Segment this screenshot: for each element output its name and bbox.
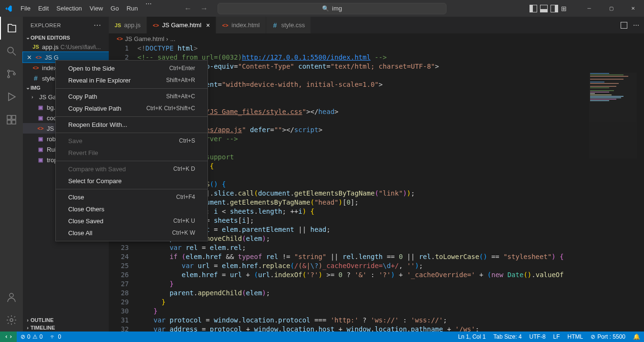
breadcrumb[interactable]: <> JS Game.html › ... — [109, 33, 644, 44]
status-notifications-icon[interactable]: 🔔 — [629, 333, 644, 340]
status-tab-size[interactable]: Tab Size: 4 — [489, 333, 525, 340]
editor-tab[interactable]: <>JS Game.html× — [147, 17, 217, 33]
svg-rect-4 — [7, 115, 11, 119]
title-right: ⊞ ─ ▢ ✕ — [530, 0, 644, 17]
radio-tower-icon: ᯤ — [50, 333, 56, 340]
split-editor-icon[interactable] — [621, 22, 627, 29]
breadcrumb-segment[interactable]: JS Game.html — [125, 35, 164, 42]
context-menu-item[interactable]: Close Others — [56, 203, 208, 215]
status-eol[interactable]: LF — [550, 333, 564, 340]
svg-point-3 — [13, 73, 15, 75]
menu-run[interactable]: Run — [123, 0, 142, 17]
image-file-icon: ▣ — [37, 104, 44, 111]
activity-settings-icon[interactable] — [0, 309, 23, 332]
warning-icon: ⚠ — [32, 333, 38, 340]
image-file-icon: ▣ — [37, 146, 44, 153]
js-file-icon: JS — [114, 22, 121, 29]
chevron-right-icon: › — [25, 317, 31, 323]
svg-rect-5 — [12, 115, 16, 119]
context-menu-item: Revert File — [56, 147, 208, 159]
editor-tab[interactable]: #style.css — [266, 17, 312, 33]
section-open-editors[interactable]: ⌄ OPEN EDITORS — [23, 33, 109, 41]
layout-sidebar-left-icon[interactable] — [530, 5, 537, 12]
context-menu-item[interactable]: Close SavedCtrl+K U — [56, 215, 208, 227]
image-file-icon: ▣ — [37, 156, 44, 163]
nav-forward-icon[interactable]: → — [200, 4, 208, 13]
svg-point-2 — [8, 76, 10, 78]
context-menu-item[interactable]: Close AllCtrl+K W — [56, 227, 208, 239]
command-center[interactable]: 🔍 img — [218, 3, 447, 14]
menu-selection[interactable]: Selection — [52, 0, 85, 17]
context-menu-item[interactable]: Select for Compare — [56, 175, 208, 187]
context-menu-item[interactable]: Reveal in File ExplorerShift+Alt+R — [56, 74, 208, 86]
activity-bar — [0, 17, 23, 332]
vscode-logo-icon — [0, 5, 17, 12]
html-file-icon: <> — [35, 54, 42, 61]
activity-account-icon[interactable] — [0, 286, 23, 309]
sidebar-more-icon[interactable]: ⋯ — [93, 21, 102, 30]
tab-close-icon[interactable]: × — [206, 21, 210, 29]
code-content[interactable]: <!DOCTYPE html><!-- saved from url=(0032… — [137, 44, 644, 332]
svg-rect-7 — [12, 120, 16, 124]
context-menu-item[interactable]: Open to the SideCtrl+Enter — [56, 62, 208, 74]
window-minimize-icon[interactable]: ─ — [578, 0, 600, 17]
status-errors[interactable]: ⊘0⚠0 — [17, 333, 46, 340]
editor-more-icon[interactable]: ⋯ — [633, 21, 639, 29]
svg-point-8 — [10, 293, 13, 297]
status-live-server[interactable]: ⊘Port : 5500 — [587, 333, 629, 340]
activity-explorer-icon[interactable] — [0, 17, 23, 40]
menu-file[interactable]: File — [17, 0, 34, 17]
editor-tab[interactable]: JSapp.js — [109, 17, 147, 33]
html-file-icon: <> — [153, 22, 159, 29]
status-language[interactable]: HTML — [564, 333, 587, 340]
search-icon: 🔍 — [322, 5, 329, 12]
editor-context-menu: Open to the SideCtrl+EnterReveal in File… — [55, 60, 208, 241]
breadcrumb-segment[interactable]: ... — [170, 35, 176, 42]
section-outline[interactable]: ›OUTLINE — [23, 316, 109, 324]
activity-extensions-icon[interactable] — [0, 108, 23, 131]
close-icon[interactable]: ✕ — [26, 54, 32, 61]
menu-edit[interactable]: Edit — [34, 0, 52, 17]
context-menu-item[interactable]: CloseCtrl+F4 — [56, 191, 208, 203]
context-menu-item[interactable]: Reopen Editor With... — [56, 119, 208, 131]
nav-back-icon[interactable]: ← — [184, 4, 192, 13]
chevron-right-icon: › — [31, 94, 36, 100]
html-file-icon: <> — [37, 125, 44, 132]
titlebar: File Edit Selection View Go Run ⋯ ← → 🔍 … — [0, 0, 644, 17]
activity-search-icon[interactable] — [0, 40, 23, 62]
layout-sidebar-right-icon[interactable] — [551, 5, 558, 12]
window-close-icon[interactable]: ✕ — [622, 0, 644, 17]
activity-source-control-icon[interactable] — [0, 62, 23, 85]
menu-more-icon[interactable]: ⋯ — [142, 0, 156, 17]
remote-indicator-icon[interactable] — [0, 332, 17, 342]
open-editor-item[interactable]: JS app.jsC:\Users\flavi\... — [23, 41, 109, 52]
window-maximize-icon[interactable]: ▢ — [600, 0, 622, 17]
editor-tab[interactable]: <>index.html — [216, 17, 266, 33]
layout-customize-icon[interactable]: ⊞ — [561, 5, 569, 12]
context-menu-item[interactable]: Copy Relative PathCtrl+K Ctrl+Shift+C — [56, 103, 208, 114]
status-ln-col[interactable]: Ln 1, Col 1 — [454, 333, 489, 340]
broadcast-icon: ⊘ — [591, 333, 595, 340]
section-timeline[interactable]: ›TIMELINE — [23, 324, 109, 332]
menu-bar: File Edit Selection View Go Run ⋯ — [17, 0, 156, 17]
context-menu-item: Compare with SavedCtrl+K D — [56, 163, 208, 175]
context-menu-item: SaveCtrl+S — [56, 135, 208, 147]
html-file-icon: <> — [116, 35, 123, 42]
svg-point-1 — [8, 70, 10, 72]
menu-view[interactable]: View — [86, 0, 107, 17]
image-file-icon: ▣ — [37, 114, 44, 121]
activity-run-debug-icon[interactable] — [0, 85, 23, 108]
svg-rect-6 — [7, 120, 11, 124]
status-port-left[interactable]: ᯤ0 — [46, 333, 65, 340]
status-bar: ⊘0⚠0 ᯤ0 Ln 1, Col 1 Tab Size: 4 UTF-8 LF… — [0, 332, 644, 342]
context-menu-item[interactable]: Copy PathShift+Alt+C — [56, 91, 208, 103]
chevron-down-icon: ⌄ — [25, 84, 31, 91]
js-file-icon: JS — [32, 43, 39, 50]
menu-go[interactable]: Go — [107, 0, 123, 17]
minimap[interactable] — [589, 73, 637, 158]
status-encoding[interactable]: UTF-8 — [526, 333, 550, 340]
command-center-text: img — [332, 5, 342, 12]
image-file-icon: ▣ — [37, 135, 44, 142]
css-file-icon: # — [272, 22, 279, 29]
layout-panel-icon[interactable] — [540, 5, 548, 12]
